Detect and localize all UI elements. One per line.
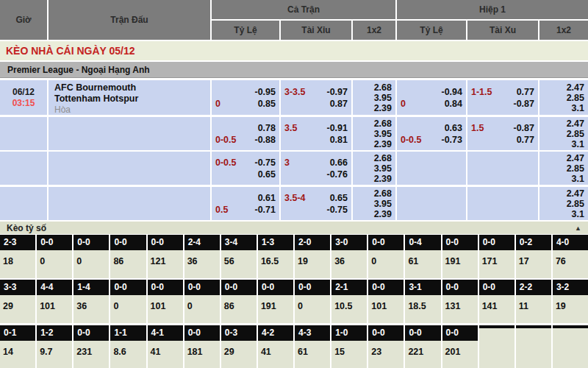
score-odds-value[interactable]: 16.5 [258, 250, 293, 278]
h1-1x2-cell[interactable]: 2.472.853.1 [539, 117, 588, 150]
score-cell: 3-036 [331, 235, 367, 278]
h1-1x2-cell[interactable]: 2.472.853.1 [539, 187, 588, 220]
score-odds-value[interactable]: 0 [74, 250, 109, 278]
score-cell: 1-316.5 [258, 235, 293, 278]
match-teams-cell [49, 152, 210, 185]
score-odds-value[interactable]: 0 [110, 295, 146, 323]
score-odds-value[interactable]: 131 [442, 295, 478, 323]
ft-handicap-cell[interactable]: 0.610.5-0.71 [212, 187, 279, 220]
score-odds-value[interactable]: 15 [331, 341, 367, 368]
collapse-icon[interactable]: ▲ [575, 224, 581, 232]
score-odds-value[interactable]: 61 [295, 341, 330, 368]
score-cell: 0-0101 [368, 280, 404, 323]
score-odds-value[interactable]: 29 [0, 295, 35, 323]
ft-overunder-cell[interactable]: 3.5-0.910.81 [281, 117, 351, 150]
h1-1x2-cell[interactable]: 2.472.853.1 [539, 80, 588, 115]
score-odds-value[interactable]: 61 [405, 250, 440, 278]
score-odds-value[interactable]: 86 [110, 250, 146, 278]
match-datetime-cell: 06/1203:15 [0, 80, 47, 115]
ft-overunder-cell[interactable]: 3.5-40.65-0.75 [281, 187, 351, 220]
score-cell: 0-0131 [442, 280, 478, 323]
odds-line: 30.66 [284, 157, 348, 169]
score-odds-value[interactable]: 10.5 [331, 295, 367, 323]
score-odds-value[interactable]: 41 [258, 341, 293, 368]
score-cell: 0-329 [221, 325, 257, 368]
score-odds-value[interactable]: 86 [221, 295, 257, 323]
h1-handicap-cell[interactable]: 0.630-0.5-0.73 [397, 117, 466, 150]
ft-1x2-cell[interactable]: 2.683.952.39 [353, 152, 395, 185]
odds-value: 3.95 [374, 129, 392, 139]
score-odds-value[interactable]: 56 [221, 250, 257, 278]
score-odds-value[interactable]: 9.7 [37, 341, 72, 368]
score-odds-value[interactable]: 0 [295, 295, 330, 323]
ft-1x2-cell[interactable]: 2.683.952.39 [353, 117, 395, 150]
score-odds-value[interactable]: 231 [74, 341, 109, 368]
handicap-label: 0-0.5 [215, 157, 237, 169]
score-odds-value[interactable]: 191 [442, 250, 478, 278]
score-odds-value[interactable]: 121 [148, 250, 183, 278]
score-odds-value[interactable]: 18 [0, 250, 35, 278]
score-odds-value[interactable]: 19 [295, 250, 330, 278]
ft-1x2-cell[interactable]: 2.683.952.39 [353, 187, 395, 220]
score-odds-value[interactable]: 0 [37, 250, 72, 278]
match-teams-cell[interactable]: AFC BournemouthTottenham HotspurHòa [49, 80, 210, 115]
group-header-first-half: Hiệp 1 [397, 0, 588, 19]
score-cell: 0-00 [368, 235, 404, 278]
score-odds-value[interactable]: 0 [368, 250, 404, 278]
h1-handicap-cell[interactable]: -0.9400.84 [397, 80, 466, 115]
col-header-time: Giờ [0, 0, 47, 40]
score-cell: 0-00 [37, 235, 72, 278]
score-odds-value[interactable]: 41 [148, 341, 183, 368]
score-odds-value[interactable]: 19 [553, 295, 588, 323]
score-label: 0-0 [110, 235, 146, 250]
score-odds-value[interactable]: 171 [479, 250, 514, 278]
h1-handicap-cell [397, 187, 466, 220]
score-odds-value[interactable]: 29 [221, 341, 257, 368]
ft-handicap-cell[interactable]: 0.780-0.5-0.88 [212, 117, 279, 150]
score-odds-value[interactable]: 101 [148, 295, 183, 323]
score-label: 4-4 [37, 280, 72, 295]
score-odds-value[interactable]: 191 [258, 295, 293, 323]
score-odds-value[interactable]: 101 [37, 295, 72, 323]
score-section-title: Kèo tỷ số [7, 223, 46, 233]
score-odds-value[interactable]: 36 [331, 250, 367, 278]
h1-overunder-cell[interactable]: 1-1.50.77-0.87 [467, 80, 538, 115]
score-odds-value[interactable]: 14 [0, 341, 35, 368]
ft-handicap-cell[interactable]: 0-0.5-0.750.65 [212, 152, 279, 185]
odds-value: 2.85 [567, 163, 584, 174]
score-odds-value[interactable]: 11 [516, 295, 551, 323]
score-cell: 0-114 [0, 325, 35, 368]
score-cell: 0-0181 [184, 325, 220, 368]
ft-overunder-cell[interactable]: 30.66-0.76 [281, 152, 351, 185]
score-label: 2-0 [295, 235, 330, 250]
odds-line: 0.81 [284, 134, 348, 146]
score-odds-value[interactable]: 141 [479, 295, 514, 323]
h1-overunder-cell[interactable]: 1.5-0.870.77 [467, 117, 538, 150]
score-odds-value[interactable]: 181 [184, 341, 220, 368]
draw-label: Hòa [54, 105, 210, 115]
ft-1x2-cell[interactable]: 2.683.952.39 [353, 80, 395, 115]
ft-handicap-cell[interactable]: -0.9500.85 [212, 80, 279, 115]
score-odds-value[interactable]: 36 [184, 250, 220, 278]
match-datetime-cell [0, 152, 47, 185]
score-cell: 0-461 [405, 235, 440, 278]
score-odds-value[interactable]: 23 [368, 341, 404, 368]
h1-1x2-cell[interactable]: 2.472.853.1 [539, 152, 588, 185]
ft-overunder-cell[interactable]: 3-3.5-0.970.87 [281, 80, 351, 115]
score-odds-value[interactable]: 101 [368, 295, 404, 323]
score-odds-value[interactable]: 0 [184, 295, 220, 323]
score-odds-value[interactable]: 18.5 [405, 295, 440, 323]
score-section-header[interactable]: Kèo tỷ số ▲ [0, 222, 588, 234]
score-cell: 0-00 [295, 280, 330, 323]
odds-value: 2.39 [374, 209, 392, 219]
h1-overunder-cell [467, 187, 538, 220]
score-odds-value[interactable]: 221 [405, 341, 440, 368]
score-label: 0-0 [74, 325, 109, 341]
score-odds-value[interactable]: 17 [516, 250, 551, 278]
score-label: 4-0 [553, 235, 588, 250]
score-odds-value[interactable]: 8.6 [110, 341, 146, 368]
score-label: 0-0 [184, 325, 220, 341]
score-odds-value[interactable]: 201 [442, 341, 478, 368]
score-odds-value[interactable]: 36 [74, 295, 109, 323]
score-odds-value[interactable]: 76 [553, 250, 588, 278]
